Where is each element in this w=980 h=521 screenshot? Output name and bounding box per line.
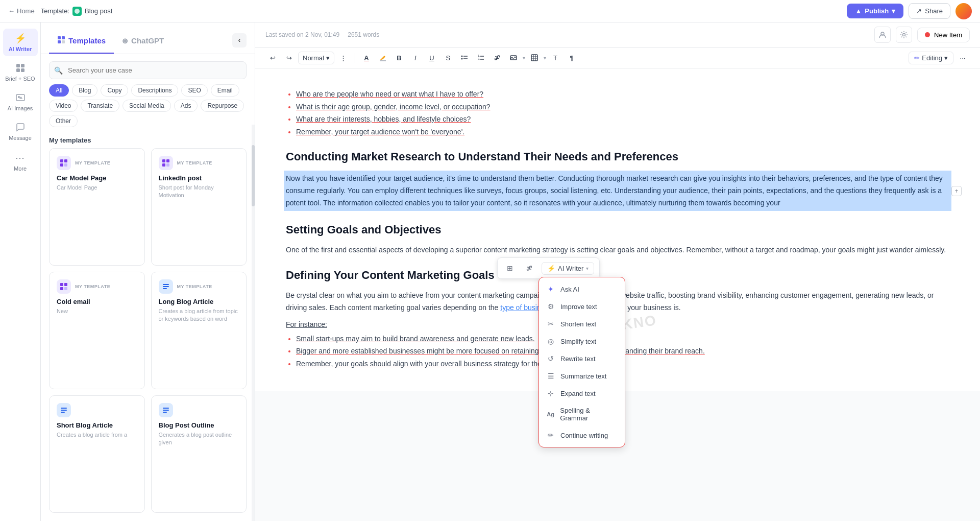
svg-rect-11	[60, 159, 63, 162]
menu-item-rewrite[interactable]: ↺ Rewrite text	[539, 350, 625, 367]
table-dropdown-chevron[interactable]: ▾	[544, 55, 546, 61]
tab-chatgpt[interactable]: ⊛ ChatGPT	[114, 31, 172, 53]
home-link[interactable]: ← Home	[8, 7, 35, 15]
settings-icon-btn[interactable]	[896, 27, 912, 43]
template-icon	[72, 7, 82, 16]
template-card-short-blog[interactable]: Short Blog Article Creates a blog articl…	[49, 395, 145, 513]
align-button[interactable]: ⋮	[336, 51, 351, 65]
svg-rect-2	[21, 64, 24, 67]
table-button[interactable]	[527, 51, 542, 65]
floating-toolbar: ⊞ ⚡ AI Writer ▾	[497, 257, 600, 279]
card-badge: MY TEMPLATE	[75, 284, 110, 289]
sidebar-item-more[interactable]: ··· More	[3, 148, 38, 176]
panel-scrollbar[interactable]	[252, 125, 255, 521]
last-saved-text: Last saved on 2 Nov, 01:49	[265, 31, 339, 38]
summarize-icon: ☰	[546, 372, 555, 380]
svg-rect-10	[62, 40, 65, 43]
sidebar-item-message[interactable]: Message	[3, 117, 38, 145]
template-card-long-blog[interactable]: MY TEMPLATE Long Blog Article Creates a …	[151, 272, 247, 389]
sidebar-item-more-label: More	[14, 165, 27, 172]
filter-blog[interactable]: Blog	[72, 84, 97, 97]
new-item-label: New Item	[934, 31, 962, 39]
panel-collapse-button[interactable]: ‹	[232, 33, 247, 48]
italic-button[interactable]: I	[408, 51, 423, 65]
bullet-list-button[interactable]	[457, 51, 472, 65]
template-card-cold-email[interactable]: MY TEMPLATE Cold email New	[49, 272, 145, 389]
ask-ai-icon: ✦	[546, 285, 555, 293]
filter-email[interactable]: Email	[211, 84, 239, 97]
publish-button[interactable]: ▲ Publish ▾	[847, 4, 903, 18]
sidebar-item-brief-seo[interactable]: Brief + SEO	[3, 58, 38, 86]
menu-item-ask-ai[interactable]: ✦ Ask AI	[539, 280, 625, 298]
svg-rect-29	[163, 408, 169, 409]
ai-writer-float-button[interactable]: ⚡ AI Writer ▾	[542, 262, 594, 275]
filter-social-media[interactable]: Social Media	[122, 100, 171, 112]
filter-ads[interactable]: Ads	[174, 100, 198, 112]
numbered-list-button[interactable]: 1.2.	[474, 51, 488, 65]
format-chevron: ▾	[326, 54, 330, 62]
float-block-btn[interactable]: ⊞	[503, 261, 517, 275]
underline-button[interactable]: U	[425, 51, 439, 65]
filter-video[interactable]: Video	[49, 100, 78, 112]
more-toolbar-button[interactable]: ···	[955, 51, 970, 65]
sidebar-item-ai-images[interactable]: AI Images	[3, 88, 38, 115]
filter-other[interactable]: Other	[49, 115, 78, 127]
menu-item-shorten[interactable]: ✂ Shorten text	[539, 315, 625, 333]
undo-button[interactable]: ↩	[265, 51, 280, 65]
editor-meta-bar: Last saved on 2 Nov, 01:49 2651 words Ne…	[255, 22, 980, 48]
strikethrough-button[interactable]: S	[441, 51, 455, 65]
svg-rect-3	[16, 68, 20, 72]
svg-rect-16	[166, 159, 169, 162]
float-link-btn[interactable]	[522, 261, 536, 275]
menu-item-shorten-label: Shorten text	[560, 320, 596, 328]
image-button[interactable]	[506, 51, 521, 65]
filter-translate[interactable]: Translate	[81, 100, 119, 112]
tab-templates-label: Templates	[68, 36, 106, 45]
share-button[interactable]: ↗ Share	[909, 3, 950, 19]
card-title: Short Blog Article	[57, 421, 137, 429]
user-settings-icon-btn[interactable]	[874, 27, 891, 43]
clear-format-button[interactable]: Ŧ	[548, 51, 562, 65]
ai-writer-icon: ⚡	[15, 33, 26, 44]
menu-item-continue[interactable]: ✏ Continue writing	[539, 427, 625, 444]
editing-dropdown[interactable]: ✏ Editing ▾	[909, 52, 953, 64]
font-color-button[interactable]: A	[359, 51, 374, 65]
editing-chevron: ▾	[944, 54, 948, 62]
filter-repurpose[interactable]: Repurpose	[201, 100, 244, 112]
editor-area: Last saved on 2 Nov, 01:49 2651 words Ne…	[255, 22, 980, 521]
svg-rect-7	[58, 36, 61, 39]
heading-goals: Setting Goals and Objectives	[286, 223, 949, 236]
menu-item-spelling[interactable]: Ag Spelling & Grammar	[539, 402, 625, 427]
svg-rect-17	[162, 163, 165, 167]
filter-copy[interactable]: Copy	[101, 84, 128, 97]
menu-item-improve[interactable]: ⚙ Improve text	[539, 298, 625, 315]
template-card-linkedin[interactable]: MY TEMPLATE LinkedIn post Short post for…	[151, 148, 247, 266]
sidebar-item-ai-writer-label: AI Writer	[9, 46, 32, 52]
format-dropdown[interactable]: Normal ▾	[298, 52, 334, 64]
link-button[interactable]	[490, 51, 504, 65]
new-item-button[interactable]: New Item	[917, 28, 970, 42]
card-icon	[57, 279, 71, 294]
filter-descriptions[interactable]: Descriptions	[131, 84, 178, 97]
add-content-button[interactable]: +	[951, 186, 962, 196]
menu-item-summarize[interactable]: ☰ Summarize text	[539, 367, 625, 385]
special-char-button[interactable]: ¶	[565, 51, 579, 65]
highlight-button[interactable]	[376, 51, 390, 65]
scrollbar-thumb[interactable]	[252, 145, 255, 206]
filter-all[interactable]: All	[49, 84, 69, 97]
sidebar-item-ai-writer[interactable]: ⚡ AI Writer	[3, 29, 38, 56]
search-input[interactable]	[49, 61, 247, 79]
menu-item-expand[interactable]: ⊹ Expand text	[539, 385, 625, 402]
image-dropdown-chevron[interactable]: ▾	[523, 55, 525, 61]
home-chevron: ←	[8, 7, 15, 15]
template-card-car-model[interactable]: MY TEMPLATE Car Model Page Car Model Pag…	[49, 148, 145, 266]
redo-button[interactable]: ↪	[282, 51, 296, 65]
template-card-blog-post-outline[interactable]: Blog Post Outline Generates a blog post …	[151, 395, 247, 513]
menu-item-simplify[interactable]: ◎ Simplify text	[539, 333, 625, 350]
toolbar-separator-1	[355, 53, 355, 63]
bold-button[interactable]: B	[392, 51, 406, 65]
tab-templates[interactable]: Templates	[49, 31, 114, 54]
filter-seo[interactable]: SEO	[181, 84, 207, 97]
user-avatar[interactable]	[955, 3, 972, 19]
svg-rect-13	[60, 163, 63, 167]
